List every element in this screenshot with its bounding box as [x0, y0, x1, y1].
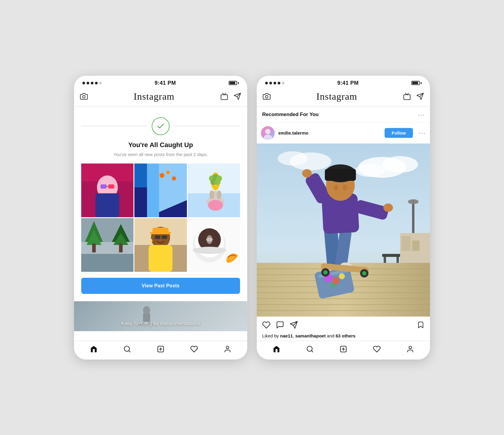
post-more-options[interactable]: ··· [419, 129, 426, 136]
svg-point-30 [208, 200, 223, 211]
status-time-left: 9:41 PM [155, 80, 176, 86]
user-avatar[interactable] [261, 126, 275, 140]
svg-point-66 [226, 346, 229, 349]
svg-rect-43 [149, 245, 173, 272]
bottom-nav-left [74, 341, 247, 360]
svg-rect-44 [155, 235, 160, 239]
comment-icon[interactable] [276, 321, 284, 329]
share-icon[interactable] [290, 321, 298, 329]
svg-rect-1 [221, 95, 228, 100]
svg-point-67 [265, 95, 268, 98]
svg-point-114 [302, 169, 312, 178]
svg-rect-89 [382, 254, 400, 257]
battery-icon-left [229, 81, 239, 85]
likes-bold2[interactable]: samanthapoet [295, 333, 326, 338]
svg-rect-9 [108, 184, 114, 189]
svg-point-106 [331, 283, 335, 288]
bookmark-icon[interactable] [417, 321, 425, 329]
signal-dots-right [265, 82, 285, 84]
nav-home-right[interactable] [273, 345, 280, 353]
svg-rect-7 [96, 193, 119, 217]
bottom-nav-right [257, 341, 430, 360]
svg-point-105 [339, 273, 345, 279]
app-logo-left: Instagram [134, 91, 175, 102]
grid-photo-1[interactable] [81, 163, 133, 217]
svg-point-0 [83, 95, 85, 98]
keep-scrolling-text: Keep Scrolling for Recommendations [116, 316, 205, 331]
svg-rect-8 [101, 184, 107, 189]
svg-rect-39 [81, 254, 133, 272]
right-scroll-content: Recommended For You ··· [257, 107, 430, 341]
caught-up-section: You're All Caught Up You've seen all new… [74, 107, 247, 301]
status-time-right: 9:41 PM [337, 80, 359, 86]
svg-point-119 [334, 185, 338, 191]
grid-photo-6[interactable] [188, 218, 240, 272]
app-header-right: Instagram [257, 89, 430, 107]
svg-point-133 [409, 346, 412, 349]
svg-point-16 [166, 171, 170, 174]
recommended-more-options[interactable]: ··· [418, 111, 425, 118]
battery-icon-right [411, 81, 422, 85]
nav-search-right[interactable] [306, 345, 314, 353]
svg-rect-91 [397, 257, 399, 263]
left-phone: 9:41 PM Instagram [74, 76, 247, 360]
nav-add-right[interactable] [339, 345, 347, 353]
likes-row: Liked by nae11, samanthapoet and 63 othe… [257, 333, 430, 341]
svg-line-129 [311, 351, 313, 352]
svg-rect-118 [325, 169, 356, 181]
camera-icon-right[interactable] [263, 92, 271, 100]
grid-photo-3[interactable] [188, 163, 240, 217]
caught-up-subtitle: You've seen all new posts from the past … [113, 152, 208, 157]
svg-point-49 [150, 239, 153, 242]
svg-point-54 [206, 235, 212, 244]
send-icon-right[interactable] [416, 92, 424, 100]
svg-rect-90 [384, 257, 386, 263]
nav-heart-left[interactable] [190, 345, 198, 353]
nav-add-left[interactable] [157, 345, 165, 353]
post-user-row: emilie.talermo Follow ··· [257, 123, 430, 144]
post-username[interactable]: emilie.talermo [278, 130, 381, 135]
tv-icon-left[interactable] [220, 92, 228, 100]
svg-point-79 [278, 151, 308, 166]
svg-marker-14 [147, 163, 159, 217]
status-bar-left: 9:41 PM [74, 76, 247, 89]
app-logo-right: Instagram [316, 91, 357, 102]
nav-profile-left[interactable] [224, 345, 231, 353]
actions-left [262, 321, 298, 329]
svg-point-25 [214, 179, 220, 185]
right-phone: 9:41 PM Instagram [257, 76, 430, 360]
grid-photo-2[interactable] [134, 163, 187, 217]
check-line-wrapper [81, 117, 240, 135]
svg-rect-48 [150, 232, 171, 234]
svg-rect-100 [412, 240, 420, 251]
nav-home-left[interactable] [90, 345, 98, 353]
svg-point-29 [216, 190, 221, 199]
grid-photo-5[interactable] [134, 218, 187, 272]
grid-photo-4[interactable] [81, 218, 133, 272]
svg-line-62 [129, 351, 130, 352]
view-past-button[interactable]: View Past Posts [81, 278, 240, 294]
likes-sep: , [293, 333, 295, 338]
recommended-header: Recommended For You ··· [257, 107, 430, 123]
like-icon[interactable] [262, 321, 271, 329]
check-circle [152, 117, 170, 135]
nav-heart-right[interactable] [373, 345, 381, 353]
svg-rect-97 [413, 200, 414, 203]
svg-point-125 [362, 271, 366, 275]
caught-up-title: You're All Caught Up [128, 141, 193, 149]
app-header-left: Instagram [74, 89, 247, 107]
likes-bold3: 63 others [336, 333, 356, 338]
svg-point-120 [342, 185, 347, 191]
nav-profile-right[interactable] [406, 345, 414, 353]
svg-rect-45 [162, 235, 167, 239]
likes-bold1[interactable]: nae11 [280, 333, 293, 338]
nav-search-left[interactable] [123, 345, 131, 353]
svg-point-77 [355, 164, 385, 177]
svg-point-15 [160, 173, 165, 178]
svg-point-55 [193, 247, 226, 254]
tv-icon-right[interactable] [403, 92, 411, 100]
send-icon-left[interactable] [233, 92, 241, 100]
camera-icon-left[interactable] [80, 92, 88, 100]
check-line-right [174, 126, 240, 126]
follow-button[interactable]: Follow [385, 128, 413, 138]
